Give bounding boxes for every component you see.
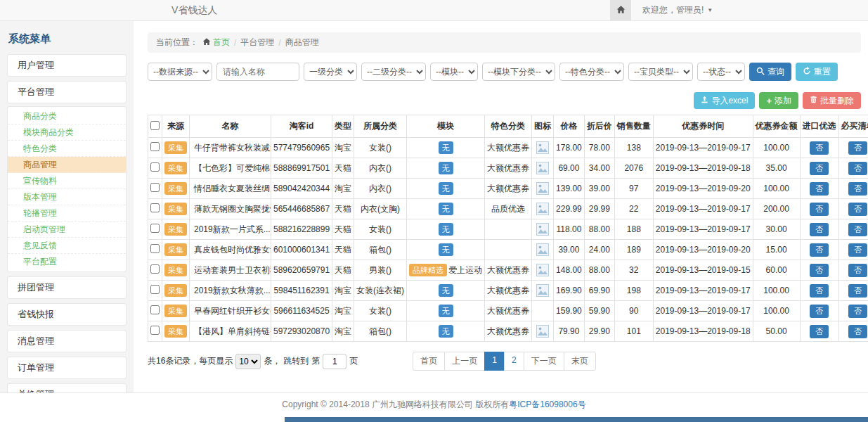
- reset-button[interactable]: 重置: [796, 63, 838, 81]
- discount-price-cell: 88.00: [584, 219, 614, 240]
- page-button-上一页[interactable]: 上一页: [444, 352, 485, 371]
- sidebar-subitem-3[interactable]: 商品管理: [8, 157, 126, 173]
- icon-cell: [532, 301, 554, 321]
- must-buy-toggle[interactable]: 否: [848, 243, 867, 257]
- row-checkbox[interactable]: [150, 203, 160, 212]
- module-badge: 无: [439, 243, 453, 257]
- must-buy-toggle[interactable]: 否: [848, 182, 867, 196]
- filter-select-6[interactable]: --特色分类--: [559, 63, 624, 81]
- page-button-末页[interactable]: 末页: [564, 352, 596, 371]
- must-buy-toggle[interactable]: 否: [848, 284, 867, 298]
- row-checkbox[interactable]: [150, 326, 160, 335]
- import-select-toggle[interactable]: 否: [810, 284, 829, 298]
- row-checkbox[interactable]: [150, 264, 160, 274]
- search-button[interactable]: 查询: [749, 63, 791, 81]
- taoke-id-cell: 597293020870: [271, 321, 332, 342]
- import-select-cell: 否: [800, 321, 838, 342]
- filter-select-5[interactable]: --模块下分类--: [482, 63, 555, 81]
- filter-bar: --数据来源--一级分类--二级分类----模块----模块下分类----特色分…: [148, 63, 861, 81]
- column-header-9: 折后价: [584, 115, 614, 138]
- must-buy-toggle[interactable]: 否: [848, 162, 867, 175]
- must-buy-toggle[interactable]: 否: [848, 203, 867, 216]
- per-page-select[interactable]: 10: [235, 354, 261, 369]
- coupon-time-cell: 2019-09-13—2019-09-20: [653, 179, 753, 199]
- select-all-checkbox[interactable]: [150, 121, 160, 130]
- filter-select-4[interactable]: --模块--: [430, 63, 478, 81]
- import-select-toggle[interactable]: 否: [810, 243, 829, 257]
- filter-select-2[interactable]: 一级分类: [304, 63, 357, 81]
- filter-select-0[interactable]: --数据来源--: [148, 63, 212, 81]
- row-checkbox[interactable]: [150, 142, 160, 151]
- page-button-下一页[interactable]: 下一页: [524, 352, 564, 371]
- import-select-cell: 否: [800, 138, 838, 158]
- sidebar-item-5[interactable]: 订单管理: [7, 357, 127, 379]
- import-select-toggle[interactable]: 否: [810, 203, 829, 216]
- sidebar-subitem-8[interactable]: 意见反馈: [8, 238, 126, 254]
- sales-cell: 101: [614, 321, 653, 342]
- filter-name-input[interactable]: [216, 63, 299, 81]
- sidebar-item-1[interactable]: 平台管理: [7, 81, 127, 103]
- row-checkbox[interactable]: [150, 244, 160, 253]
- must-buy-toggle[interactable]: 否: [848, 325, 867, 338]
- sidebar-subitem-6[interactable]: 轮播管理: [8, 205, 126, 222]
- import-select-toggle[interactable]: 否: [810, 305, 829, 318]
- filter-select-7[interactable]: --宝贝类型--: [628, 63, 693, 81]
- must-buy-toggle[interactable]: 否: [848, 264, 867, 277]
- row-checkbox[interactable]: [150, 183, 160, 192]
- icp-link[interactable]: 粤ICP备16098006号: [509, 399, 585, 409]
- row-checkbox[interactable]: [150, 305, 160, 314]
- sidebar-subitem-5[interactable]: 版本管理: [8, 189, 126, 205]
- sidebar: 系统菜单 用户管理平台管理商品分类模块商品分类特色分类商品管理宣传物料版本管理轮…: [0, 21, 134, 399]
- coupon-amount-cell: 35.00: [753, 158, 800, 179]
- sidebar-subitem-7[interactable]: 启动页管理: [8, 222, 126, 238]
- sales-cell: 22: [614, 199, 653, 219]
- sidebar-item-3[interactable]: 省钱快报: [7, 303, 127, 326]
- import-select-toggle[interactable]: 否: [810, 325, 829, 338]
- coupon-time-cell: 2019-09-13—2019-09-17: [653, 219, 753, 240]
- page-button-首页[interactable]: 首页: [413, 352, 445, 371]
- source-cell: 采集: [162, 240, 190, 260]
- sidebar-subitem-0[interactable]: 商品分类: [8, 108, 126, 124]
- breadcrumb-item-2[interactable]: 商品管理: [285, 37, 319, 49]
- home-button[interactable]: [610, 0, 631, 20]
- import-select-toggle[interactable]: 否: [810, 182, 829, 196]
- import-select-toggle[interactable]: 否: [810, 141, 829, 155]
- name-cell: 薄款无钢圈文胸聚拢性...: [190, 199, 271, 219]
- must-buy-toggle[interactable]: 否: [848, 223, 867, 236]
- row-checkbox[interactable]: [150, 224, 160, 233]
- sidebar-item-4[interactable]: 消息管理: [7, 330, 127, 352]
- discount-price-cell: 59.90: [584, 301, 614, 321]
- sidebar-menu: 用户管理平台管理商品分类模块商品分类特色分类商品管理宣传物料版本管理轮播管理启动…: [7, 54, 127, 399]
- sidebar-item-2[interactable]: 拼团管理: [7, 276, 127, 299]
- filter-select-8[interactable]: --状态--: [697, 63, 745, 81]
- must-buy-toggle[interactable]: 否: [848, 305, 867, 318]
- user-menu[interactable]: 欢迎您，管理员! ▼: [631, 4, 724, 16]
- chevron-down-icon: ▼: [707, 7, 713, 13]
- page-jump-input[interactable]: [323, 354, 346, 369]
- sidebar-subitem-4[interactable]: 宣传物料: [8, 173, 126, 189]
- batch-delete-button[interactable]: 批量删除: [803, 92, 861, 109]
- add-button[interactable]: + 添加: [759, 92, 798, 109]
- must-buy-toggle[interactable]: 否: [848, 141, 867, 155]
- sidebar-subitem-1[interactable]: 模块商品分类: [8, 124, 126, 141]
- sidebar-item-0[interactable]: 用户管理: [7, 54, 127, 77]
- row-checkbox[interactable]: [150, 162, 160, 172]
- import-excel-button[interactable]: 导入excel: [694, 92, 755, 109]
- module-cell: 无: [407, 281, 485, 301]
- sidebar-subitem-9[interactable]: 平台配置: [8, 254, 126, 270]
- import-select-toggle[interactable]: 否: [810, 264, 829, 277]
- sidebar-subitem-2[interactable]: 特色分类: [8, 141, 126, 157]
- import-select-cell: 否: [800, 301, 838, 321]
- page-button-1[interactable]: 1: [484, 352, 505, 371]
- page-button-2[interactable]: 2: [504, 352, 524, 371]
- row-checkbox[interactable]: [150, 285, 160, 294]
- upload-icon: [701, 96, 708, 106]
- import-select-toggle[interactable]: 否: [810, 162, 829, 175]
- breadcrumb-item-0[interactable]: 首页: [202, 37, 230, 49]
- filter-select-3[interactable]: --二级分类--: [361, 63, 426, 81]
- table-row: 采集2019新款女秋薄款...598451162391淘宝女装(连衣裙)无大额优…: [148, 281, 868, 301]
- module-cell: 无: [407, 199, 485, 219]
- breadcrumb-item-1[interactable]: 平台管理: [240, 37, 274, 49]
- import-select-toggle[interactable]: 否: [810, 223, 829, 236]
- column-header-6: 特色分类: [485, 115, 532, 138]
